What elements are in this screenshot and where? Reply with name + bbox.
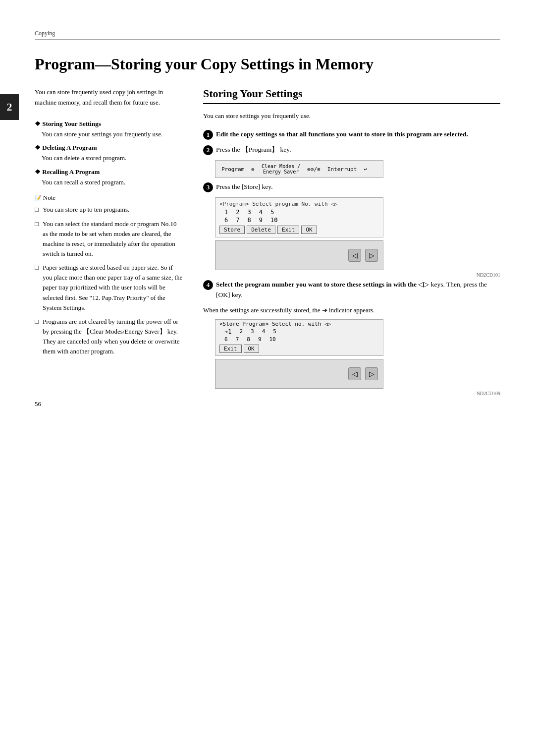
two-col-layout: You can store frequently used copy job s… [35, 87, 500, 398]
bullet-deleting: Deleting A Program You can delete a stor… [35, 144, 183, 163]
step-4: 4 Select the program number you want to … [203, 280, 500, 300]
left-arrow-btn-1[interactable]: ◁ [348, 249, 361, 262]
note-item-1: You can store up to ten programs. [35, 205, 183, 215]
breadcrumb: Copying [35, 30, 500, 40]
step-text-1: Edit the copy settings so that all funct… [216, 129, 468, 140]
when-stored-text: When the settings are successfully store… [203, 305, 500, 315]
panel1-caption: ND2CD101 [215, 272, 500, 278]
bullet-header-storing: Storing Your Settings [35, 120, 183, 128]
btn-ok[interactable]: OK [301, 226, 317, 234]
step-text-3: Press the [Store] key. [216, 182, 273, 192]
panel2-caption: ND2CD109 [215, 391, 500, 396]
panel2-buttons: Exit OK [219, 345, 379, 353]
panel2-title: <Store Program> Select no. with ◁▷ [219, 321, 379, 327]
p2-n6: 6 [224, 336, 228, 343]
note-section: Note You can store up to ten programs. Y… [35, 194, 183, 356]
p1-n5: 5 [270, 209, 274, 216]
panel1-row1: 1 2 3 4 5 [224, 209, 379, 216]
panel1-row2: 6 7 8 9 10 [224, 217, 379, 224]
right-arrow-btn-2[interactable]: ▷ [365, 367, 378, 380]
step-num-3: 3 [203, 182, 213, 192]
ui-panel-2: <Store Program> Select no. with ◁▷ ➔1 2 … [215, 319, 500, 396]
panel1-title: <Program> Select program No. with ◁▷ [219, 201, 379, 207]
p1-n8: 8 [247, 217, 251, 224]
p1-n9: 9 [259, 217, 263, 224]
step-text-2: Press the 【Program】 key. [216, 145, 291, 155]
p1-n3: 3 [247, 209, 251, 216]
step-num-2: 2 [203, 145, 213, 155]
p1-n2: 2 [236, 209, 239, 216]
p1-n7: 7 [236, 217, 239, 224]
left-arrow-btn-2[interactable]: ◁ [348, 367, 361, 380]
panel2-row2: 6 7 8 9 10 [224, 336, 379, 343]
bullet-storing: Storing Your Settings You can store your… [35, 120, 183, 139]
ui-panel-1: <Program> Select program No. with ◁▷ 1 2… [215, 197, 500, 278]
p1-n1: 1 [224, 209, 228, 216]
panel-program-label: Program [221, 166, 244, 173]
p2-n8: 8 [247, 336, 250, 343]
intro-text: You can store frequently used copy job s… [35, 87, 183, 108]
panel-clear-modes: Clear Modes /Energy Saver [262, 164, 300, 174]
page-number: 56 [35, 400, 41, 408]
p2-n7: 7 [236, 336, 239, 343]
right-intro: You can store settings you frequently us… [203, 111, 500, 121]
panel-interrupt: Interrupt [327, 166, 357, 173]
right-arrow-btn-1[interactable]: ▷ [365, 249, 378, 262]
section-title-storing: Storing Your Settings [203, 87, 500, 104]
bullet-header-recalling: Recalling A Program [35, 168, 183, 176]
panel1-buttons: Store Delete Exit OK [219, 226, 379, 234]
p1-n6: 6 [224, 217, 228, 224]
step-text-4: Select the program number you want to st… [216, 280, 500, 300]
btn-exit[interactable]: Exit [277, 226, 300, 234]
bullet-text-storing: You can store your settings you frequent… [42, 129, 183, 139]
keyboard-panel-2: ◁ ▷ [215, 359, 383, 389]
p2-n10: 10 [269, 336, 276, 343]
p2-n1: ➔1 [224, 328, 231, 335]
btn2-ok[interactable]: OK [244, 345, 259, 353]
bullet-recalling: Recalling A Program You can recall a sto… [35, 168, 183, 187]
page-title: Program—Storing your Copy Settings in Me… [35, 55, 500, 73]
p2-n5: 5 [273, 328, 276, 335]
right-column: Storing Your Settings You can store sett… [203, 87, 500, 398]
chapter-marker: 2 [0, 94, 19, 120]
panel2-row1: ➔1 2 3 4 5 [224, 328, 379, 335]
btn-store[interactable]: Store [219, 226, 245, 234]
p2-n4: 4 [262, 328, 266, 335]
step-num-4: 4 [203, 280, 213, 290]
step-1: 1 Edit the copy settings so that all fun… [203, 129, 500, 140]
program-key-panel: Program ⊕ Clear Modes /Energy Saver ⊕⊘/⊗… [215, 160, 500, 178]
btn-delete[interactable]: Delete [247, 226, 275, 234]
bullet-text-recalling: You can recall a stored program. [42, 177, 183, 187]
step-2: 2 Press the 【Program】 key. [203, 145, 500, 155]
bullet-header-deleting: Deleting A Program [35, 144, 183, 152]
note-label: Note [35, 194, 183, 202]
p1-n10: 10 [270, 217, 277, 224]
keyboard-panel-1: ◁ ▷ [215, 240, 383, 270]
note-item-2: You can select the standard mode or prog… [35, 219, 183, 259]
left-column: You can store frequently used copy job s… [35, 87, 183, 398]
p2-n9: 9 [258, 336, 262, 343]
step-num-1: 1 [203, 130, 213, 140]
p2-n3: 3 [251, 328, 254, 335]
p1-n4: 4 [259, 209, 263, 216]
step-3: 3 Press the [Store] key. [203, 182, 500, 192]
bullet-text-deleting: You can delete a stored program. [42, 153, 183, 163]
page-container: Copying 2 Program—Storing your Copy Sett… [0, 0, 535, 428]
btn2-exit[interactable]: Exit [219, 345, 242, 353]
p2-n2: 2 [239, 328, 243, 335]
note-item-3: Paper settings are stored based on paper… [35, 263, 183, 313]
note-item-4: Programs are not cleared by turning the … [35, 317, 183, 357]
